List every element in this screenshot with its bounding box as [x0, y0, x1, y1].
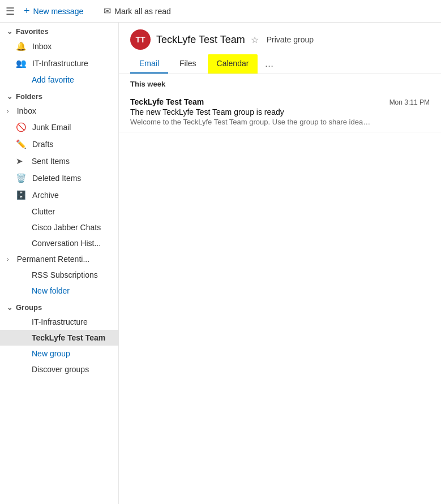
sidebar-item-add-favorite[interactable]: Add favorite [0, 72, 118, 88]
folder-drafts-label: Drafts [32, 140, 53, 149]
group-avatar: TT [130, 29, 151, 50]
star-icon[interactable]: ☆ [251, 35, 259, 45]
sidebar-item-folder-permret[interactable]: › Permanent Retenti... [0, 251, 118, 267]
top-bar: ☰ + New message ✉ Mark all as read [0, 0, 441, 23]
archive-icon: 🗄️ [16, 190, 27, 200]
folder-junk-label: Junk Email [32, 123, 71, 132]
groups-chevron-icon: ⌄ [7, 304, 12, 312]
deleted-icon: 🗑️ [16, 173, 27, 183]
hamburger-icon[interactable]: ☰ [6, 5, 15, 18]
sidebar-item-fav-it-infra[interactable]: 👥 IT-Infrastructure [0, 55, 118, 72]
sidebar: ⌄ Favorites 🔔 Inbox 👥 IT-Infrastructure … [0, 23, 119, 504]
add-favorite-label: Add favorite [32, 75, 74, 84]
folders-label: Folders [16, 92, 42, 101]
sidebar-item-folder-drafts[interactable]: ✏️ Drafts [0, 136, 118, 153]
drafts-icon: ✏️ [16, 139, 27, 149]
group-avatar-initials: TT [135, 35, 145, 44]
permret-chevron-icon: › [7, 256, 9, 262]
folder-inbox-label: Inbox [17, 106, 36, 115]
email-item[interactable]: TeckLyfe Test Team The new TeckLyfe Test… [119, 92, 441, 132]
folders-section-header[interactable]: ⌄ Folders [0, 88, 118, 103]
content-area: TT TeckLyfe Test Team ☆ Private group Em… [119, 23, 441, 504]
people-icon: 👥 [16, 58, 27, 68]
folder-archive-label: Archive [32, 191, 59, 200]
mark-all-label: Mark all as read [114, 7, 171, 16]
folder-sent-label: Sent Items [32, 157, 70, 166]
email-content: TeckLyfe Test Team The new TeckLyfe Test… [130, 97, 372, 126]
tab-calendar-label: Calendar [217, 59, 249, 68]
sidebar-item-folder-junk[interactable]: 🚫 Junk Email [0, 119, 118, 136]
folder-newfolder-label: New folder [32, 286, 70, 295]
sidebar-item-group-it-infra[interactable]: IT-Infrastructure [0, 314, 118, 330]
tab-calendar[interactable]: Calendar [208, 54, 258, 74]
sidebar-item-fav-inbox[interactable]: 🔔 Inbox [0, 38, 118, 55]
envelope-icon: ✉ [104, 6, 111, 16]
folder-rss-label: RSS Subscriptions [32, 270, 98, 279]
email-list: This week TeckLyfe Test Team The new Tec… [119, 74, 441, 504]
group-title-row: TT TeckLyfe Test Team ☆ Private group [130, 29, 430, 50]
folder-convhist-label: Conversation Hist... [32, 239, 101, 248]
groups-label: Groups [16, 303, 42, 312]
favorites-section-header[interactable]: ⌄ Favorites [0, 23, 118, 38]
sidebar-item-folder-sent[interactable]: ➤ Sent Items [0, 153, 118, 170]
email-time: Mon 3:11 PM [389, 98, 430, 106]
plus-icon: + [24, 5, 30, 17]
tab-files-label: Files [179, 59, 196, 68]
junk-icon: 🚫 [16, 122, 27, 132]
new-message-label: New message [33, 7, 84, 16]
new-message-button[interactable]: + New message [24, 5, 83, 17]
email-sender: TeckLyfe Test Team [130, 97, 372, 106]
tab-files[interactable]: Files [170, 54, 205, 74]
favorites-chevron-icon: ⌄ [7, 28, 12, 36]
sidebar-item-folder-clutter[interactable]: Clutter [0, 204, 118, 219]
email-right: Mon 3:11 PM [379, 97, 430, 126]
tab-email[interactable]: Email [130, 54, 168, 74]
folders-chevron-icon: ⌄ [7, 93, 12, 101]
folder-cisco-label: Cisco Jabber Chats [32, 223, 101, 232]
mark-all-button[interactable]: ✉ Mark all as read [104, 6, 171, 16]
sidebar-item-discover-groups[interactable]: Discover groups [0, 361, 118, 377]
content-header: TT TeckLyfe Test Team ☆ Private group Em… [119, 23, 441, 74]
group-it-infra-label: IT-Infrastructure [32, 317, 88, 326]
tabs-row: Email Files Calendar … [130, 54, 430, 74]
groups-section-header[interactable]: ⌄ Groups [0, 299, 118, 314]
email-preview: Welcome to the TeckLyfe Test Team group.… [130, 118, 372, 126]
group-discover-label: Discover groups [32, 365, 89, 374]
folder-clutter-label: Clutter [32, 207, 55, 216]
email-subject: The new TeckLyfe Test Team group is read… [130, 107, 372, 117]
sidebar-item-new-folder[interactable]: New folder [0, 283, 118, 299]
group-tecklyfe-label: TeckLyfe Test Team [32, 333, 105, 342]
main-layout: ⌄ Favorites 🔔 Inbox 👥 IT-Infrastructure … [0, 23, 441, 504]
sidebar-item-folder-rss[interactable]: RSS Subscriptions [0, 267, 118, 283]
folder-deleted-label: Deleted Items [32, 174, 81, 183]
sent-icon: ➤ [16, 156, 26, 166]
sidebar-item-folder-deleted[interactable]: 🗑️ Deleted Items [0, 170, 118, 187]
inbox-chevron-icon: › [7, 107, 9, 114]
private-group-label: Private group [267, 35, 314, 44]
favorites-label: Favorites [16, 27, 49, 36]
sidebar-item-folder-inbox[interactable]: › Inbox [0, 103, 118, 119]
bell-icon: 🔔 [16, 41, 27, 51]
sidebar-item-folder-convhist[interactable]: Conversation Hist... [0, 235, 118, 251]
sidebar-item-group-tecklyfe[interactable]: TeckLyfe Test Team [0, 330, 118, 346]
sidebar-item-folder-cisco[interactable]: Cisco Jabber Chats [0, 219, 118, 235]
group-name: TeckLyfe Test Team [156, 34, 245, 46]
sidebar-item-new-group[interactable]: New group [0, 346, 118, 361]
sidebar-item-folder-archive[interactable]: 🗄️ Archive [0, 187, 118, 204]
week-label: This week [119, 74, 441, 92]
more-options-icon[interactable]: … [260, 54, 278, 74]
folder-permret-label: Permanent Retenti... [17, 255, 89, 264]
group-new-label: New group [32, 349, 70, 358]
fav-inbox-label: Inbox [32, 42, 52, 51]
tab-email-label: Email [139, 59, 159, 68]
fav-it-infra-label: IT-Infrastructure [32, 59, 88, 68]
